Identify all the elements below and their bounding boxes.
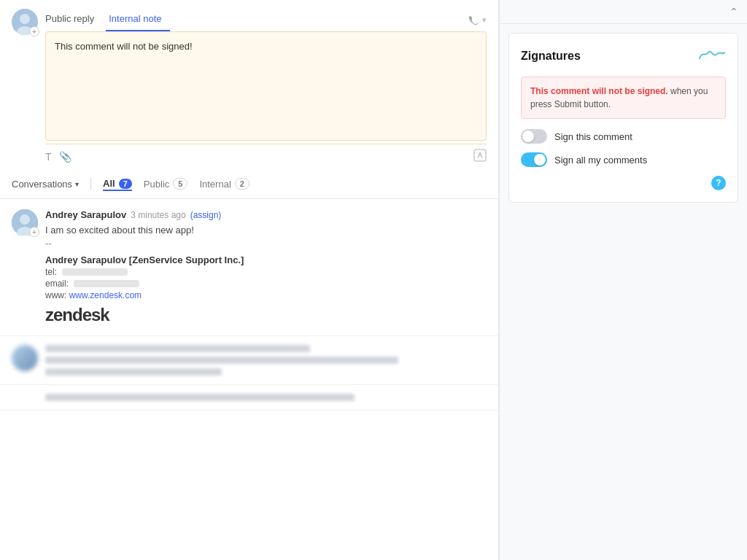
collapse-button[interactable]: ⌃ xyxy=(729,6,738,18)
assign-link[interactable]: (assign) xyxy=(190,210,222,220)
main-panel: + Public reply Internal note ▾ This comm… xyxy=(0,0,499,560)
help-row: ? xyxy=(521,176,726,190)
tab-internal-note[interactable]: Internal note xyxy=(106,9,170,31)
editor-toolbar: T 📎 xyxy=(45,144,487,169)
conversations-divider xyxy=(90,178,91,190)
sign-comment-toggle-knob xyxy=(522,131,534,142)
filter-public-badge: 5 xyxy=(173,178,187,190)
filter-tabs: All 7 Public 5 Internal 2 xyxy=(103,176,249,191)
sign-all-toggle-row: Sign all my comments xyxy=(521,152,726,167)
blurred-line xyxy=(45,368,222,376)
svg-point-1 xyxy=(20,14,30,24)
sig-www-line: www: www.zendesk.com xyxy=(45,290,487,300)
avatar-add-icon: + xyxy=(29,26,39,36)
sig-email-label: email: xyxy=(45,279,69,289)
conversations-header: Conversations ▾ All 7 Public 5 Internal … xyxy=(0,169,498,199)
conversations-title-label: Conversations xyxy=(12,179,72,190)
sig-tel-line: tel: xyxy=(45,267,487,277)
conversations-chevron-icon: ▾ xyxy=(75,180,79,188)
message-body: Andrey Sarapulov 3 minutes ago (assign) … xyxy=(45,209,487,325)
phone-options-icon[interactable]: ▾ xyxy=(468,15,487,26)
filter-all[interactable]: All 7 xyxy=(103,176,132,191)
message-avatar-add-icon: + xyxy=(29,227,39,237)
svg-rect-3 xyxy=(474,149,486,161)
zignatures-logo-icon xyxy=(697,45,726,66)
right-panel-top: ⌃ xyxy=(500,0,747,24)
submit-icon[interactable] xyxy=(473,149,487,165)
help-icon[interactable]: ? xyxy=(711,176,726,190)
filter-internal-label: Internal xyxy=(199,179,231,190)
text-format-icon[interactable]: T xyxy=(45,151,52,163)
conversations-section: Conversations ▾ All 7 Public 5 Internal … xyxy=(0,169,498,560)
right-panel: ⌃ Zignatures This comment will not be si… xyxy=(499,0,747,560)
reply-content: Public reply Internal note ▾ This commen… xyxy=(45,9,487,169)
blurred-avatar-1 xyxy=(12,345,38,371)
message-time: 3 minutes ago xyxy=(131,210,185,220)
note-text: This comment will not be signed! xyxy=(55,41,193,52)
reply-area: + Public reply Internal note ▾ This comm… xyxy=(0,0,498,169)
message-text: I am so excited about this new app! xyxy=(45,223,487,238)
sign-all-label: Sign all my comments xyxy=(554,155,647,166)
reply-tabs-row: Public reply Internal note ▾ xyxy=(45,9,487,31)
blurred-lines-1 xyxy=(45,345,487,376)
svg-point-5 xyxy=(20,214,30,225)
filter-internal-badge: 2 xyxy=(235,178,249,190)
message-separator: -- xyxy=(45,238,487,249)
message-item: + Andrey Sarapulov 3 minutes ago (assign… xyxy=(0,199,498,336)
sig-name: Andrey Sarapulov [ZenService Support Inc… xyxy=(45,254,487,265)
filter-all-badge: 7 xyxy=(119,179,132,189)
blurred-message-2 xyxy=(0,385,498,411)
zignatures-warning: This comment will not be signed. when yo… xyxy=(521,77,726,119)
reply-tab-buttons: Public reply Internal note xyxy=(45,9,173,31)
filter-internal[interactable]: Internal 2 xyxy=(199,176,249,191)
message-author: Andrey Sarapulov xyxy=(45,209,126,220)
toolbar-left: T 📎 xyxy=(45,151,71,163)
message-signature: Andrey Sarapulov [ZenService Support Inc… xyxy=(45,254,487,325)
sign-all-toggle-knob xyxy=(534,154,546,166)
sig-website-link[interactable]: www.zendesk.com xyxy=(69,290,142,300)
conversations-title-btn[interactable]: Conversations ▾ xyxy=(12,179,79,190)
sign-comment-label: Sign this comment xyxy=(554,131,632,142)
zignatures-header: Zignatures xyxy=(521,45,726,66)
sign-all-toggle[interactable] xyxy=(521,152,547,167)
note-textarea[interactable]: This comment will not be signed! xyxy=(45,31,487,141)
message-meta: Andrey Sarapulov 3 minutes ago (assign) xyxy=(45,209,487,220)
blurred-line xyxy=(45,345,310,352)
attach-icon[interactable]: 📎 xyxy=(59,151,71,163)
zendesk-logo: zendesk xyxy=(45,305,487,325)
sig-email-value xyxy=(74,280,139,287)
blurred-message-1 xyxy=(0,336,498,385)
filter-all-label: All xyxy=(103,178,115,189)
filter-public-label: Public xyxy=(144,179,169,190)
sign-comment-toggle-row: Sign this comment xyxy=(521,129,726,144)
sig-tel-value xyxy=(62,268,128,276)
tab-public-reply[interactable]: Public reply xyxy=(45,9,103,31)
blurred-line xyxy=(45,394,355,401)
sign-comment-toggle[interactable] xyxy=(521,129,547,144)
filter-public[interactable]: Public 5 xyxy=(144,176,188,191)
sig-www-label: www: xyxy=(45,290,66,300)
sig-tel-label: tel: xyxy=(45,267,57,277)
warning-bold-text: This comment will not be signed. xyxy=(530,86,668,96)
blurred-lines-2 xyxy=(45,394,487,401)
blurred-line xyxy=(45,357,398,364)
sig-email-line: email: xyxy=(45,279,487,289)
zignatures-panel: Zignatures This comment will not be sign… xyxy=(508,33,738,203)
zignatures-title: Zignatures xyxy=(521,50,581,63)
